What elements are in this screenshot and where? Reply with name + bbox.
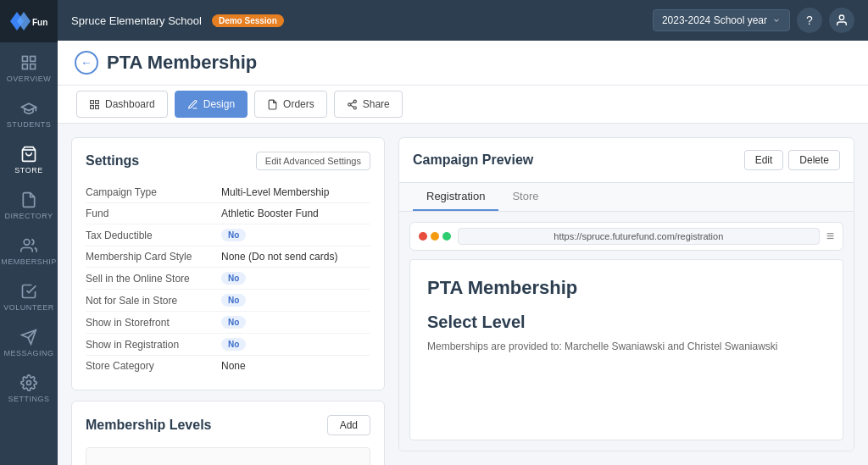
tab-share[interactable]: Share [334, 91, 403, 118]
settings-row-not-for-sale: Not for Sale in Store No [86, 290, 370, 312]
page-title: PTA Membership [107, 52, 257, 74]
svg-rect-13 [91, 100, 94, 103]
preview-title: Campaign Preview [413, 152, 533, 168]
browser-mockup: https://spruce.futurefund.com/registrati… [399, 212, 854, 451]
campaign-preview-panel: Campaign Preview Edit Delete Registratio… [398, 137, 854, 451]
tab-orders[interactable]: Orders [254, 91, 327, 118]
main-area: Spruce Elementary School Demo Session 20… [58, 0, 868, 465]
svg-point-17 [353, 100, 356, 102]
tab-dashboard[interactable]: Dashboard [76, 91, 168, 118]
preview-campaign-name: PTA Membership [427, 277, 826, 299]
browser-dot-red [419, 232, 427, 241]
settings-row-show-storefront: Show in Storefront No [86, 312, 370, 334]
sidebar-item-directory[interactable]: Directory [0, 183, 58, 229]
logo: Fund [0, 0, 58, 42]
browser-dot-green [442, 232, 451, 241]
school-year-button[interactable]: 2023-2024 School year [653, 9, 790, 31]
svg-rect-3 [23, 57, 28, 62]
sidebar-item-messaging[interactable]: Messaging [0, 320, 58, 366]
demo-badge: Demo Session [212, 14, 284, 27]
sidebar-item-overview[interactable]: Overview [0, 46, 58, 91]
preview-description: Memberships are provided to: Marchelle S… [427, 339, 826, 354]
preview-actions: Edit Delete [744, 150, 840, 170]
svg-rect-14 [96, 100, 99, 103]
browser-content: PTA Membership Select Level Memberships … [409, 259, 843, 440]
settings-row-campaign-type: Campaign Type Multi-Level Membership [86, 182, 370, 203]
topbar-right: 2023-2024 School year ? [653, 8, 854, 33]
settings-title: Settings [86, 153, 139, 169]
settings-row-online-store: Sell in the Online Store No [86, 268, 370, 290]
sidebar: Fund Overview Students Store Directory M… [0, 0, 58, 465]
svg-point-12 [839, 15, 843, 19]
svg-rect-15 [91, 105, 94, 108]
browser-url: https://spruce.futurefund.com/registrati… [458, 228, 820, 245]
svg-rect-16 [96, 105, 99, 108]
edit-advanced-settings-button[interactable]: Edit Advanced Settings [256, 152, 370, 170]
tab-design[interactable]: Design [175, 91, 248, 118]
svg-point-11 [27, 381, 31, 385]
sidebar-item-store[interactable]: Store [0, 137, 58, 183]
panels: Settings Edit Advanced Settings Campaign… [58, 124, 868, 465]
empty-records-message: There are no records to display [86, 447, 370, 465]
preview-tab-store[interactable]: Store [498, 183, 552, 211]
user-avatar[interactable] [829, 8, 854, 33]
browser-bar: https://spruce.futurefund.com/registrati… [409, 222, 843, 251]
tax-deductible-badge: No [221, 229, 246, 241]
help-button[interactable]: ? [797, 8, 822, 33]
settings-row-show-registration: Show in Registration No [86, 334, 370, 356]
show-registration-badge: No [221, 338, 246, 351]
settings-row-card-style: Membership Card Style None (Do not send … [86, 246, 370, 268]
membership-levels-header: Membership Levels Add [86, 415, 370, 435]
svg-rect-6 [31, 64, 36, 69]
sidebar-item-membership[interactable]: Membership [0, 229, 58, 274]
preview-tab-registration[interactable]: Registration [413, 183, 498, 211]
school-name: Spruce Elementary School [71, 14, 202, 27]
preview-header: Campaign Preview Edit Delete [399, 138, 854, 183]
browser-menu-icon: ≡ [826, 229, 834, 244]
preview-select-level: Select Level [427, 313, 826, 332]
svg-point-8 [24, 240, 30, 246]
back-button[interactable]: ← [75, 51, 98, 75]
svg-line-20 [350, 105, 353, 107]
membership-levels-card: Membership Levels Add There are no recor… [71, 401, 385, 465]
delete-campaign-button[interactable]: Delete [788, 150, 840, 170]
show-storefront-badge: No [221, 316, 246, 329]
browser-dot-yellow [431, 232, 439, 241]
sidebar-item-volunteer[interactable]: Volunteer [0, 274, 58, 320]
svg-text:Fund: Fund [32, 18, 47, 27]
edit-campaign-button[interactable]: Edit [744, 150, 784, 170]
svg-line-21 [350, 102, 353, 103]
page-header: ← PTA Membership [58, 41, 868, 86]
settings-row-tax-deductible: Tax Deductible No [86, 224, 370, 246]
svg-rect-5 [23, 64, 28, 69]
settings-row-fund: Fund Athletic Booster Fund [86, 203, 370, 224]
svg-rect-4 [31, 57, 36, 62]
online-store-badge: No [221, 272, 246, 285]
not-for-sale-badge: No [221, 294, 246, 307]
add-membership-level-button[interactable]: Add [327, 415, 370, 435]
svg-point-19 [353, 106, 356, 108]
preview-tab-bar: Registration Store [399, 183, 854, 212]
tab-bar: Dashboard Design Orders Share [58, 86, 868, 124]
settings-row-store-category: Store Category None [86, 356, 370, 376]
settings-header: Settings Edit Advanced Settings [86, 152, 370, 170]
settings-card: Settings Edit Advanced Settings Campaign… [71, 137, 385, 390]
svg-point-18 [348, 102, 350, 105]
left-panel: Settings Edit Advanced Settings Campaign… [71, 137, 385, 451]
topbar: Spruce Elementary School Demo Session 20… [58, 0, 868, 41]
sidebar-item-settings[interactable]: Settings [0, 366, 58, 412]
membership-levels-title: Membership Levels [86, 418, 212, 433]
sidebar-item-students[interactable]: Students [0, 91, 58, 137]
browser-dots [419, 232, 451, 241]
